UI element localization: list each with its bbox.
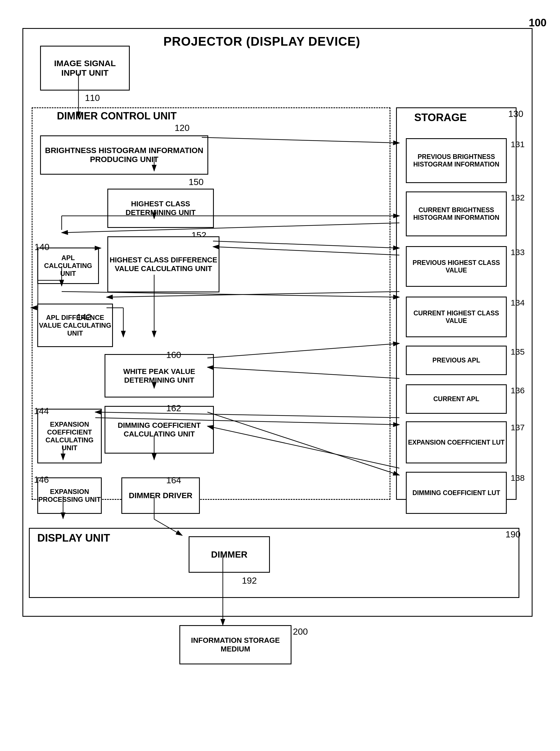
ref-200: 200 [293, 627, 308, 637]
curr-apl-box: CURRENT APL [406, 384, 507, 414]
image-signal-input-box: IMAGE SIGNAL INPUT UNIT [40, 46, 130, 91]
highest-class-det-box: HIGHEST CLASS DETERMINING UNIT [107, 189, 214, 228]
ref-133: 133 [511, 248, 525, 257]
curr-highest-box: CURRENT HIGHEST CLASS VALUE [406, 297, 507, 337]
ref-131: 131 [511, 140, 525, 149]
highest-class-diff-box: HIGHEST CLASS DIFFERENCE VALUE CALCULATI… [107, 236, 219, 292]
prev-highest-box: PREVIOUS HIGHEST CLASS VALUE [406, 246, 507, 287]
ref-130: 130 [508, 109, 523, 119]
ref-164: 164 [166, 475, 181, 486]
ref-137: 137 [511, 423, 525, 432]
info-storage-box: INFORMATION STORAGE MEDIUM [179, 625, 292, 665]
ref-162: 162 [166, 403, 181, 414]
projector-label: PROJECTOR (DISPLAY DEVICE) [163, 35, 360, 48]
ref-190: 190 [506, 529, 520, 540]
brightness-histogram-box: BRIGHTNESS HISTOGRAM INFORMATION PRODUCI… [40, 135, 208, 175]
ref-144: 144 [34, 406, 49, 416]
expansion-lut-box: EXPANSION COEFFICIENT LUT [406, 421, 507, 463]
ref-138: 138 [511, 473, 525, 483]
ref-110: 110 [85, 93, 100, 103]
ref-134: 134 [511, 298, 525, 308]
dimming-lut-box: DIMMING COEFFICIENT LUT [406, 472, 507, 514]
ref-140: 140 [35, 242, 49, 252]
ref-150: 150 [188, 177, 203, 187]
display-unit-label: DISPLAY UNIT [37, 532, 110, 544]
prev-brightness-box: PREVIOUS BRIGHTNESS HISTOGRAM INFORMATIO… [406, 138, 507, 183]
ref-135: 135 [511, 347, 525, 357]
white-peak-box: WHITE PEAK VALUE DETERMINING UNIT [104, 354, 214, 397]
dimming-coeff-box: DIMMING COEFFICIENT CALCULATING UNIT [104, 406, 214, 454]
curr-brightness-box: CURRENT BRIGHTNESS HISTOGRAM INFORMATION [406, 192, 507, 236]
ref-100: 100 [529, 17, 546, 29]
ref-136: 136 [511, 386, 525, 395]
ref-160: 160 [166, 350, 181, 360]
expansion-coeff-box: EXPANSION COEFFICIENT CALCULATING UNIT [37, 409, 102, 463]
outer-box: PROJECTOR (DISPLAY DEVICE) IMAGE SIGNAL … [22, 28, 533, 617]
ref-146: 146 [34, 475, 49, 485]
dimmer-driver-box: DIMMER DRIVER [121, 477, 200, 514]
dimmer-control-label: DIMMER CONTROL UNIT [57, 110, 177, 122]
storage-label: STORAGE [414, 112, 467, 124]
ref-142: 142 [77, 312, 92, 322]
ref-132: 132 [511, 193, 525, 202]
ref-120: 120 [175, 123, 189, 133]
apl-diff-box: APL DIFFERENCE VALUE CALCULATING UNIT [37, 303, 113, 347]
prev-apl-box: PREVIOUS APL [406, 345, 507, 375]
apl-calc-box: APL CALCULATING UNIT [37, 248, 99, 284]
dimmer-box: DIMMER [188, 536, 270, 573]
ref-192: 192 [242, 575, 257, 586]
